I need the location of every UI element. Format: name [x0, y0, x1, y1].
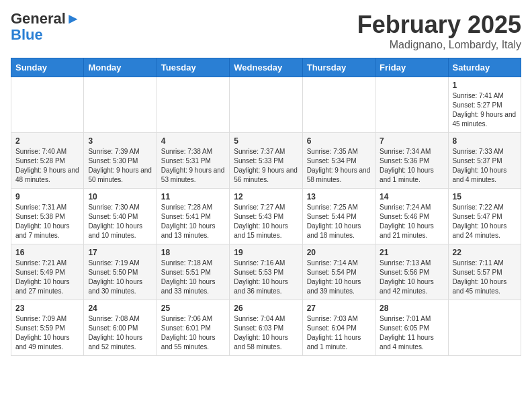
day-number: 10: [88, 192, 152, 201]
calendar-cell: 5Sunrise: 7:37 AM Sunset: 5:33 PM Daylig…: [230, 133, 302, 189]
day-info: Sunrise: 7:40 AM Sunset: 5:28 PM Dayligh…: [15, 147, 79, 185]
calendar-week-row: 9Sunrise: 7:31 AM Sunset: 5:38 PM Daylig…: [11, 189, 521, 244]
day-info: Sunrise: 7:39 AM Sunset: 5:30 PM Dayligh…: [88, 147, 152, 185]
day-number: 22: [453, 248, 517, 257]
calendar-cell: 1Sunrise: 7:41 AM Sunset: 5:27 PM Daylig…: [448, 77, 521, 133]
logo: General► Blue: [11, 11, 81, 43]
calendar-cell: 25Sunrise: 7:06 AM Sunset: 6:01 PM Dayli…: [157, 300, 229, 356]
calendar-cell: 20Sunrise: 7:14 AM Sunset: 5:54 PM Dayli…: [302, 244, 375, 300]
calendar-cell: 14Sunrise: 7:24 AM Sunset: 5:46 PM Dayli…: [375, 189, 448, 244]
weekday-header-friday: Friday: [375, 58, 448, 77]
calendar-cell: 24Sunrise: 7:08 AM Sunset: 6:00 PM Dayli…: [84, 300, 157, 356]
weekday-header-monday: Monday: [84, 58, 157, 77]
location-title: Madignano, Lombardy, Italy: [357, 39, 521, 51]
day-info: Sunrise: 7:03 AM Sunset: 6:04 PM Dayligh…: [307, 314, 371, 352]
day-number: 21: [380, 248, 443, 257]
calendar-cell: 21Sunrise: 7:13 AM Sunset: 5:56 PM Dayli…: [375, 244, 448, 300]
day-info: Sunrise: 7:37 AM Sunset: 5:33 PM Dayligh…: [234, 147, 298, 185]
day-number: 14: [380, 192, 443, 201]
calendar-cell: 8Sunrise: 7:33 AM Sunset: 5:37 PM Daylig…: [448, 133, 521, 189]
logo-text: General► Blue: [11, 11, 81, 43]
calendar-cell: 27Sunrise: 7:03 AM Sunset: 6:04 PM Dayli…: [302, 300, 375, 356]
calendar-week-row: 2Sunrise: 7:40 AM Sunset: 5:28 PM Daylig…: [11, 133, 521, 189]
day-number: 6: [307, 136, 371, 146]
weekday-header-saturday: Saturday: [448, 58, 521, 77]
day-info: Sunrise: 7:11 AM Sunset: 5:57 PM Dayligh…: [453, 259, 517, 296]
calendar-cell: 23Sunrise: 7:09 AM Sunset: 5:59 PM Dayli…: [11, 300, 84, 356]
calendar-week-row: 1Sunrise: 7:41 AM Sunset: 5:27 PM Daylig…: [11, 77, 521, 133]
day-number: 8: [453, 136, 517, 146]
day-number: 15: [453, 192, 517, 201]
day-number: 27: [307, 304, 371, 313]
day-number: 7: [380, 136, 443, 146]
day-info: Sunrise: 7:18 AM Sunset: 5:51 PM Dayligh…: [161, 259, 225, 296]
day-info: Sunrise: 7:04 AM Sunset: 6:03 PM Dayligh…: [234, 314, 298, 352]
day-info: Sunrise: 7:25 AM Sunset: 5:44 PM Dayligh…: [307, 203, 371, 240]
day-number: 28: [380, 304, 443, 313]
calendar-cell: 19Sunrise: 7:16 AM Sunset: 5:53 PM Dayli…: [230, 244, 302, 300]
calendar-cell: 18Sunrise: 7:18 AM Sunset: 5:51 PM Dayli…: [157, 244, 229, 300]
day-number: 25: [161, 304, 225, 313]
day-info: Sunrise: 7:35 AM Sunset: 5:34 PM Dayligh…: [307, 147, 371, 185]
calendar-cell: 6Sunrise: 7:35 AM Sunset: 5:34 PM Daylig…: [302, 133, 375, 189]
day-number: 16: [15, 248, 79, 257]
calendar-cell: 17Sunrise: 7:19 AM Sunset: 5:50 PM Dayli…: [84, 244, 157, 300]
day-number: 17: [88, 248, 152, 257]
day-number: 2: [15, 136, 79, 146]
day-number: 26: [234, 304, 298, 313]
day-info: Sunrise: 7:28 AM Sunset: 5:41 PM Dayligh…: [161, 203, 225, 240]
weekday-header-tuesday: Tuesday: [157, 58, 229, 77]
calendar-cell: 2Sunrise: 7:40 AM Sunset: 5:28 PM Daylig…: [11, 133, 84, 189]
day-info: Sunrise: 7:22 AM Sunset: 5:47 PM Dayligh…: [453, 203, 517, 240]
calendar-cell: [302, 77, 375, 133]
day-info: Sunrise: 7:38 AM Sunset: 5:31 PM Dayligh…: [161, 147, 225, 185]
day-info: Sunrise: 7:08 AM Sunset: 6:00 PM Dayligh…: [88, 314, 152, 352]
calendar-cell: 13Sunrise: 7:25 AM Sunset: 5:44 PM Dayli…: [302, 189, 375, 244]
calendar-cell: 28Sunrise: 7:01 AM Sunset: 6:05 PM Dayli…: [375, 300, 448, 356]
day-number: 12: [234, 192, 298, 201]
calendar-cell: 16Sunrise: 7:21 AM Sunset: 5:49 PM Dayli…: [11, 244, 84, 300]
weekday-header-wednesday: Wednesday: [230, 58, 302, 77]
calendar-cell: 4Sunrise: 7:38 AM Sunset: 5:31 PM Daylig…: [157, 133, 229, 189]
day-info: Sunrise: 7:16 AM Sunset: 5:53 PM Dayligh…: [234, 259, 298, 296]
calendar-cell: [84, 77, 157, 133]
weekday-header-sunday: Sunday: [11, 58, 84, 77]
calendar-cell: 12Sunrise: 7:27 AM Sunset: 5:43 PM Dayli…: [230, 189, 302, 244]
calendar-cell: 10Sunrise: 7:30 AM Sunset: 5:40 PM Dayli…: [84, 189, 157, 244]
day-number: 3: [88, 136, 152, 146]
day-number: 19: [234, 248, 298, 257]
day-info: Sunrise: 7:06 AM Sunset: 6:01 PM Dayligh…: [161, 314, 225, 352]
calendar-cell: 9Sunrise: 7:31 AM Sunset: 5:38 PM Daylig…: [11, 189, 84, 244]
day-number: 1: [453, 81, 517, 90]
day-info: Sunrise: 7:01 AM Sunset: 6:05 PM Dayligh…: [380, 314, 443, 352]
calendar-week-row: 23Sunrise: 7:09 AM Sunset: 5:59 PM Dayli…: [11, 300, 521, 356]
calendar-table: SundayMondayTuesdayWednesdayThursdayFrid…: [11, 58, 521, 356]
day-info: Sunrise: 7:09 AM Sunset: 5:59 PM Dayligh…: [15, 314, 79, 352]
calendar-cell: [11, 77, 84, 133]
day-number: 20: [307, 248, 371, 257]
day-info: Sunrise: 7:24 AM Sunset: 5:46 PM Dayligh…: [380, 203, 443, 240]
calendar-cell: 3Sunrise: 7:39 AM Sunset: 5:30 PM Daylig…: [84, 133, 157, 189]
calendar-title-block: February 2025 Madignano, Lombardy, Italy: [357, 11, 521, 51]
day-info: Sunrise: 7:31 AM Sunset: 5:38 PM Dayligh…: [15, 203, 79, 240]
day-number: 4: [161, 136, 225, 146]
calendar-cell: 26Sunrise: 7:04 AM Sunset: 6:03 PM Dayli…: [230, 300, 302, 356]
day-number: 23: [15, 304, 79, 313]
weekday-header-thursday: Thursday: [302, 58, 375, 77]
day-number: 11: [161, 192, 225, 201]
day-info: Sunrise: 7:19 AM Sunset: 5:50 PM Dayligh…: [88, 259, 152, 296]
calendar-cell: 7Sunrise: 7:34 AM Sunset: 5:36 PM Daylig…: [375, 133, 448, 189]
month-title: February 2025: [357, 11, 521, 39]
weekday-header-row: SundayMondayTuesdayWednesdayThursdayFrid…: [11, 58, 521, 77]
calendar-cell: 11Sunrise: 7:28 AM Sunset: 5:41 PM Dayli…: [157, 189, 229, 244]
day-info: Sunrise: 7:14 AM Sunset: 5:54 PM Dayligh…: [307, 259, 371, 296]
day-info: Sunrise: 7:21 AM Sunset: 5:49 PM Dayligh…: [15, 259, 79, 296]
calendar-cell: [448, 300, 521, 356]
calendar-cell: [157, 77, 229, 133]
day-info: Sunrise: 7:27 AM Sunset: 5:43 PM Dayligh…: [234, 203, 298, 240]
day-number: 5: [234, 136, 298, 146]
day-number: 9: [15, 192, 79, 201]
calendar-cell: 15Sunrise: 7:22 AM Sunset: 5:47 PM Dayli…: [448, 189, 521, 244]
calendar-cell: [230, 77, 302, 133]
calendar-cell: [375, 77, 448, 133]
